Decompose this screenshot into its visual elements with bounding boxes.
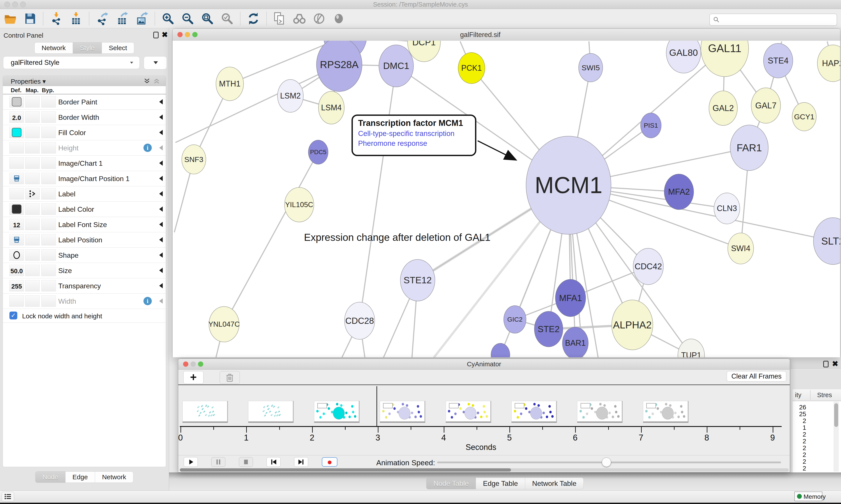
network-node-GAL7[interactable]: GAL7 <box>751 88 781 124</box>
frame-thumbnail-2[interactable] <box>314 401 360 423</box>
expand-row-icon[interactable] <box>159 145 163 150</box>
network-window-titlebar[interactable]: galFiltered.sif <box>173 29 840 41</box>
annotation-box[interactable]: Transcription factor MCM1 Cell-type-spec… <box>352 114 476 156</box>
show-details-icon[interactable] <box>332 12 345 25</box>
network-node-MTH1[interactable]: MTH1 <box>216 67 244 101</box>
byp-cell[interactable] <box>41 234 56 246</box>
info-icon[interactable]: i <box>143 144 152 152</box>
properties-header[interactable]: Properties ▾ <box>3 76 166 86</box>
network-node-FAR1[interactable]: FAR1 <box>730 125 769 171</box>
network-node-MFA1[interactable]: MFA1 <box>555 279 586 317</box>
frame-thumbnail-1[interactable] <box>248 401 294 423</box>
network-node-CLN3[interactable]: CLN3 <box>714 193 740 224</box>
zoom-in-icon[interactable] <box>161 12 175 25</box>
property-row-width[interactable]: Widthi <box>3 293 166 309</box>
expand-row-icon[interactable] <box>159 268 163 273</box>
def-cell[interactable] <box>10 158 24 169</box>
byp-cell[interactable] <box>41 158 56 169</box>
property-row-size[interactable]: 50.0Size <box>3 263 166 278</box>
property-row-label[interactable]: Label <box>3 186 166 202</box>
position-icon[interactable] <box>10 235 24 244</box>
network-node-ALPHA2[interactable]: ALPHA2 <box>611 300 653 350</box>
discrete-mapping-icon[interactable] <box>25 190 39 198</box>
network-node-GAL2[interactable]: GAL2 <box>709 91 738 126</box>
expand-row-icon[interactable] <box>159 237 163 242</box>
frame-thumbnail-5[interactable] <box>512 401 557 423</box>
byp-cell[interactable] <box>41 249 56 261</box>
close-window-icon[interactable] <box>177 32 183 37</box>
import-table-icon[interactable] <box>69 12 83 25</box>
search-network-icon[interactable] <box>292 12 306 25</box>
frames-timeline[interactable]: 0123456789 Seconds <box>178 385 790 455</box>
expand-row-icon[interactable] <box>159 161 163 166</box>
tab-network-table[interactable]: Network Table <box>525 478 584 489</box>
frame-thumbnail-3[interactable] <box>380 401 425 423</box>
map-cell[interactable] <box>25 127 40 138</box>
frame-thumbnail-0[interactable] <box>182 401 228 423</box>
style-selector[interactable]: galFiltered Style <box>3 56 140 69</box>
network-node-LSM4[interactable]: LSM4 <box>318 91 344 124</box>
byp-cell[interactable] <box>41 173 56 184</box>
network-edge[interactable] <box>360 66 396 321</box>
map-cell[interactable] <box>25 203 40 215</box>
network-node-YIL105C[interactable]: YIL105C <box>284 187 314 222</box>
tab-edge-table[interactable]: Edge Table <box>476 478 525 489</box>
close-panel-icon[interactable]: ✖ <box>832 360 838 367</box>
tab-node[interactable]: Node <box>35 471 66 483</box>
tab-network[interactable]: Network <box>34 42 73 54</box>
network-node-GIC2[interactable]: GIC2 <box>503 305 526 334</box>
tab-edge[interactable]: Edge <box>65 471 95 483</box>
network-node-DMC1[interactable]: DMC1 <box>379 45 414 87</box>
play-button[interactable] <box>184 457 198 467</box>
cyanimator-titlebar[interactable]: CyAnimator <box>178 359 790 370</box>
network-node-MFA2[interactable]: MFA2 <box>664 174 694 210</box>
tab-network[interactable]: Network <box>95 471 133 483</box>
export-image-icon[interactable] <box>135 12 148 25</box>
network-node-GCY1[interactable]: GCY1 <box>792 102 817 131</box>
network-node-PCK1[interactable]: PCK1 <box>458 52 485 84</box>
frame-thumbnail-7[interactable] <box>643 401 688 423</box>
column-divider[interactable] <box>810 390 810 400</box>
byp-cell[interactable] <box>41 188 56 199</box>
property-row-image-chart-1[interactable]: Image/Chart 1 <box>3 156 166 171</box>
byp-cell[interactable] <box>41 142 56 154</box>
map-cell[interactable] <box>25 188 40 199</box>
zoom-selected-icon[interactable] <box>220 12 234 25</box>
timeline-scrollbar-thumb[interactable] <box>180 468 511 472</box>
property-row-image-chart-position-1[interactable]: Image/Chart Position 1 <box>3 171 166 186</box>
annotation-link[interactable]: Cell-type-specific transcription <box>358 129 470 138</box>
stop-button[interactable] <box>239 457 253 467</box>
network-node-SWI4[interactable]: SWI4 <box>728 233 754 264</box>
close-panel-icon[interactable]: ✖ <box>162 31 168 38</box>
def-cell[interactable] <box>10 203 24 215</box>
expand-row-icon[interactable] <box>159 176 163 181</box>
animation-speed-handle[interactable] <box>602 457 611 467</box>
column-header-truncated[interactable]: ity <box>793 392 801 399</box>
collapse-all-icon[interactable] <box>153 77 160 85</box>
property-row-fill-color[interactable]: Fill Color <box>3 125 166 140</box>
network-node-STE12[interactable]: STE12 <box>400 259 435 301</box>
expand-row-icon[interactable] <box>159 206 163 212</box>
default-swatch[interactable] <box>12 128 21 137</box>
network-node-CDC42[interactable]: CDC42 <box>633 248 664 285</box>
expand-all-icon[interactable] <box>143 77 150 85</box>
expand-row-icon[interactable] <box>159 114 163 120</box>
def-cell[interactable]: 50.0 <box>10 265 24 276</box>
default-swatch[interactable] <box>12 204 21 214</box>
zoom-fit-icon[interactable] <box>201 12 214 25</box>
open-session-icon[interactable] <box>3 12 17 25</box>
default-swatch[interactable] <box>12 97 21 106</box>
network-caption[interactable]: Expression change after deletion of GAL1 <box>304 231 490 243</box>
byp-cell[interactable] <box>41 219 56 230</box>
memory-button[interactable]: Memory <box>794 491 822 501</box>
network-node-YNL047C[interactable]: YNL047C <box>209 306 239 342</box>
frame-thumbnail-6[interactable] <box>577 401 623 423</box>
position-icon[interactable] <box>10 174 24 183</box>
record-button[interactable] <box>322 457 338 467</box>
map-cell[interactable] <box>25 96 40 108</box>
map-cell[interactable] <box>25 142 40 154</box>
info-icon[interactable]: i <box>143 297 152 305</box>
def-cell[interactable] <box>10 127 24 138</box>
export-network-icon[interactable] <box>95 12 109 25</box>
hide-details-icon[interactable] <box>312 12 326 25</box>
